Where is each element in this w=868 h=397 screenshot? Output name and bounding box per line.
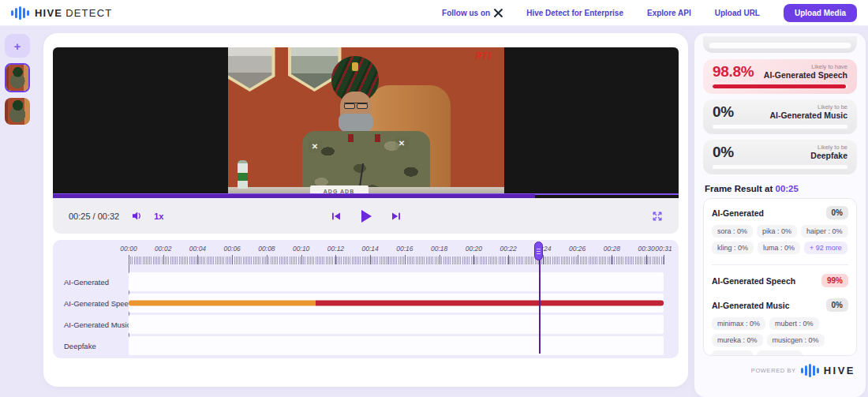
score-value: 0% <box>713 144 734 161</box>
wall-photo-hexagon <box>228 47 275 92</box>
tick-label: 00:06 <box>224 245 241 253</box>
timeline-row-ai-generated: AI-Generated <box>53 272 679 292</box>
tick-label: 00:20 <box>466 245 482 253</box>
score-progressbar <box>713 125 847 129</box>
top-header: HIVEDETECT Follow us on Hive Detect for … <box>0 0 868 26</box>
playback-speed-button[interactable]: 1x <box>154 212 163 221</box>
play-button[interactable] <box>360 209 372 223</box>
row-track[interactable] <box>129 336 664 355</box>
major-tick <box>301 255 302 264</box>
major-tick <box>473 255 474 264</box>
timeline-rows: AI-Generated AI-Generated Speech AI-Gene… <box>53 272 679 357</box>
major-tick <box>664 255 664 264</box>
tick-label: 00:18 <box>431 245 447 253</box>
water-bottle <box>238 160 248 189</box>
section-label: AI-Generated Music <box>712 301 790 310</box>
major-tick <box>646 255 647 264</box>
model-chip: pika : 0% <box>757 225 797 238</box>
section-badge: 99% <box>821 274 848 287</box>
timeline-row-ai-generated-music: AI-Generated Music <box>53 314 679 335</box>
model-chips: sora : 0% pika : 0% haiper : 0% kling : … <box>712 225 848 254</box>
row-label: Deepfake <box>64 342 96 350</box>
thumbnail-image <box>5 98 30 125</box>
row-track[interactable] <box>129 315 664 334</box>
timeline-ruler[interactable]: 00:00 00:02 00:04 00:06 00:08 00:10 00:1… <box>129 245 664 270</box>
major-tick <box>232 255 233 264</box>
timeline-row-ai-generated-speech: AI-Generated Speech <box>53 293 679 313</box>
score-qualifier: Likely to be <box>769 103 847 110</box>
volume-icon[interactable] <box>132 211 143 221</box>
major-tick <box>543 255 544 264</box>
score-qualifier: Likely to have <box>764 63 847 70</box>
model-chip: kling : 0% <box>712 242 754 254</box>
transport-controls <box>331 209 401 223</box>
playhead-line <box>539 256 541 354</box>
shoulder-insignia: ✕ <box>309 140 322 152</box>
glasses <box>344 103 368 109</box>
video-thumbnail[interactable] <box>5 98 30 125</box>
tick-label: 00:00 <box>120 245 137 253</box>
major-tick <box>440 255 440 264</box>
hive-bars-icon <box>11 6 29 20</box>
video-thumbnail-selected[interactable] <box>5 63 30 92</box>
collar-patch <box>348 134 354 142</box>
pti-watermark: PTI <box>475 51 491 62</box>
nav-enterprise[interactable]: Hive Detect for Enterprise <box>526 9 623 17</box>
hive-detect-logo[interactable]: HIVEDETECT <box>11 6 112 20</box>
skip-back-button[interactable] <box>331 212 341 221</box>
tick-label: 00:30 <box>638 245 654 253</box>
tick-label: 00:28 <box>604 245 620 253</box>
model-chip-clipped <box>712 350 753 356</box>
major-tick <box>267 255 268 264</box>
shoulder-insignia: ✕ <box>395 137 409 149</box>
time-display: 00:25 / 00:32 <box>69 212 119 221</box>
hive-wordmark: HIVE <box>824 365 855 376</box>
nav-upload-url[interactable]: Upload URL <box>715 9 760 17</box>
powered-by-footer: POWERED BY HIVE <box>703 363 857 377</box>
frame-result-title: Frame Result at 00:25 <box>705 184 855 193</box>
row-label: AI-Generated Speech <box>64 299 137 308</box>
row-label: AI-Generated Music <box>64 320 130 329</box>
upload-media-button[interactable]: Upload Media <box>784 4 857 22</box>
model-chip: mubert : 0% <box>769 317 819 330</box>
major-tick <box>197 255 198 264</box>
model-chips: minimax : 0% mubert : 0% mureka : 0% mus… <box>712 317 848 356</box>
brand-text: HIVEDETECT <box>35 7 112 19</box>
collar-patch <box>375 134 380 142</box>
tick-label: 00:31 <box>655 245 672 253</box>
score-label: AI-Generated Speech <box>764 70 847 81</box>
tick-label: 00:04 <box>189 245 206 253</box>
hive-bars-icon <box>801 363 819 377</box>
row-track[interactable] <box>129 272 664 291</box>
section-badge: 0% <box>826 206 848 219</box>
score-progressbar <box>713 84 847 88</box>
media-sidebar: + <box>5 34 30 125</box>
model-chip: sora : 0% <box>712 225 753 238</box>
timeline-row-deepfake: Deepfake <box>53 335 679 356</box>
tick-label: 00:16 <box>396 245 413 253</box>
section-label: AI-Generated <box>712 208 764 218</box>
show-more-models[interactable]: + 92 more <box>804 242 847 254</box>
major-tick <box>335 255 336 264</box>
fullscreen-button[interactable] <box>652 211 663 222</box>
score-progressbar <box>713 165 847 169</box>
score-value: 0% <box>713 103 734 121</box>
model-chip: haiper : 0% <box>801 225 848 238</box>
frame-section-ai-speech: AI-Generated Speech 99% <box>712 274 848 287</box>
add-media-button[interactable]: + <box>5 34 30 58</box>
score-qualifier: Likely to be <box>810 144 847 151</box>
major-tick <box>508 255 509 264</box>
score-label: Deepfake <box>810 151 847 161</box>
nav-follow-us[interactable]: Follow us on <box>442 9 503 17</box>
brand-secondary: DETECT <box>65 7 112 19</box>
skip-forward-button[interactable] <box>391 212 401 221</box>
playhead-handle[interactable] <box>534 242 543 260</box>
player-card: PTI ✕ ✕ ADG ADB 00:25 / 00:32 1 <box>43 33 688 387</box>
score-label: AI-Generated Music <box>769 110 847 121</box>
nav-explore-api[interactable]: Explore API <box>647 9 691 17</box>
major-tick <box>405 255 406 264</box>
model-chip-clipped <box>757 350 803 356</box>
model-chip: minimax : 0% <box>712 317 765 330</box>
video-viewport[interactable]: PTI ✕ ✕ ADG ADB <box>53 47 679 198</box>
row-track[interactable] <box>129 294 664 313</box>
